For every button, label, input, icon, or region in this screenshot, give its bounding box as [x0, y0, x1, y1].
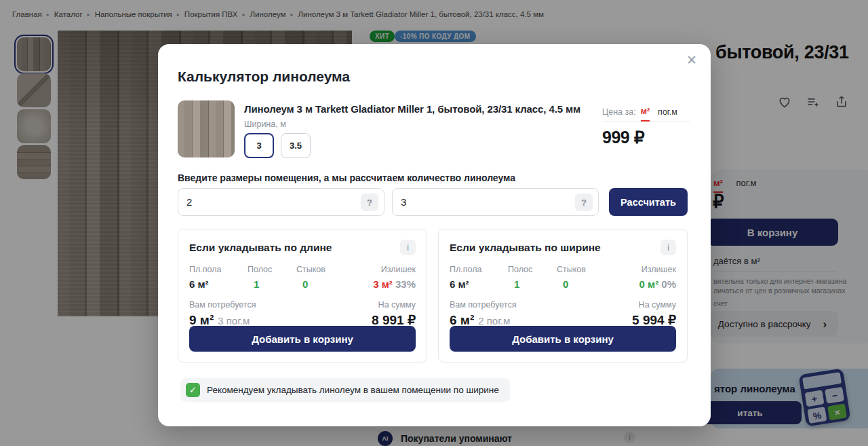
width-option-3-5[interactable]: 3.5 — [281, 133, 311, 158]
product-thumbnail — [178, 100, 235, 157]
card-title: Если укладывать по ширине — [450, 242, 601, 254]
linoleum-calculator-modal: ✕ Калькулятор линолеума Линолеум 3 м Tar… — [158, 44, 711, 426]
need-extra: 2 пог.м — [478, 315, 510, 327]
info-icon[interactable]: i — [400, 240, 416, 255]
instruction-text: Введите размеры помещения, а мы рассчита… — [178, 172, 515, 183]
excess-value: 0 м² — [639, 278, 659, 290]
room-length-input[interactable] — [178, 189, 384, 215]
stat-label: Пл.пола — [450, 265, 508, 274]
price-block: Цена за: м² пог.м 999 ₽ — [602, 107, 690, 147]
excess-percent: 33% — [395, 278, 416, 290]
stat-value: 1 — [248, 278, 296, 290]
width-option-3[interactable]: 3 — [244, 133, 274, 158]
recommendation-text: Рекомендуем укладывать линолеум в вашем … — [207, 385, 499, 395]
modal-title: Калькулятор линолеума — [178, 69, 350, 85]
unit-tab-pogm[interactable]: пог.м — [658, 107, 677, 117]
stat-value: 6 м² — [189, 278, 248, 290]
layout-by-length-card: Если укладывать по длине i Пл.пола 6 м² … — [178, 229, 427, 363]
layout-by-width-card: Если укладывать по ширине i Пл.пола 6 м²… — [438, 229, 688, 363]
help-icon[interactable]: ? — [575, 193, 593, 211]
close-icon[interactable]: ✕ — [686, 54, 697, 67]
stat-label: Пл.пола — [189, 265, 248, 274]
page: Главная▸Каталог▸Напольные покрытия▸Покры… — [0, 0, 868, 446]
price-value: 999 ₽ — [602, 128, 690, 147]
add-to-cart-length-button[interactable]: Добавить в корзину — [189, 326, 416, 352]
sum-label: На сумму — [378, 300, 416, 310]
need-label: Вам потребуется — [189, 300, 256, 310]
help-icon[interactable]: ? — [361, 193, 378, 211]
stat-label: Излишек — [620, 265, 676, 274]
info-icon[interactable]: i — [660, 240, 676, 255]
recommendation-note: ✓ Рекомендуем укладывать линолеум в ваше… — [180, 378, 510, 402]
stat-value: 6 м² — [450, 278, 508, 290]
sum-label: На сумму — [639, 300, 676, 310]
check-icon: ✓ — [186, 383, 200, 397]
width-label: Ширина, м — [244, 119, 286, 129]
room-width-input[interactable] — [393, 189, 598, 215]
stat-label: Стыков — [557, 265, 620, 274]
unit-tab-m2[interactable]: м² — [641, 107, 650, 122]
price-per-label: Цена за: — [602, 107, 636, 117]
stat-label: Излишек — [360, 265, 416, 274]
card-title: Если укладывать по длине — [189, 242, 332, 254]
stat-label: Стыков — [296, 265, 360, 274]
stat-label: Полос — [508, 265, 557, 274]
need-value: 9 м² — [189, 313, 214, 327]
width-options: 3 3.5 — [244, 133, 311, 158]
excess-percent: 0% — [661, 278, 676, 290]
add-to-cart-width-button[interactable]: Добавить в корзину — [450, 326, 676, 352]
stat-value: 1 — [508, 278, 557, 290]
need-label: Вам потребуется — [450, 300, 516, 310]
calculate-button[interactable]: Рассчитать — [609, 188, 688, 216]
room-width-field: ? — [392, 188, 599, 216]
stat-value: 0 — [296, 278, 360, 290]
excess-value: 3 м² — [373, 278, 393, 290]
stat-value: 0 — [557, 278, 620, 290]
need-value: 6 м² — [450, 313, 474, 327]
room-length-field: ? — [178, 188, 384, 216]
product-name: Линолеум 3 м Tarkett Gladiator Miller 1,… — [244, 103, 580, 115]
stat-label: Полос — [248, 265, 296, 274]
need-extra: 3 пог.м — [218, 315, 250, 327]
